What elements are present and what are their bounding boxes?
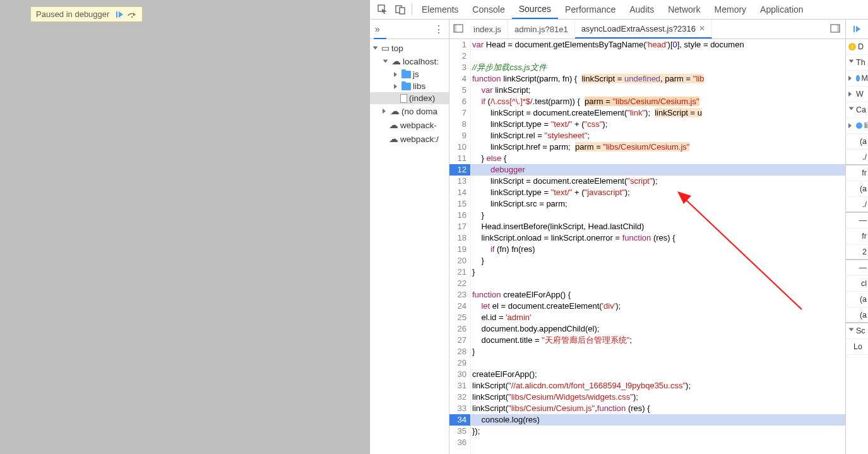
file-tab-admin[interactable]: admin.js?81e1 (508, 20, 575, 39)
tab-console[interactable]: Console (465, 0, 511, 19)
file-tree: ▭top ☁localhost: js libs (index) ☁(no do… (370, 39, 449, 454)
side-row[interactable]: Lo (846, 339, 868, 355)
tab-application[interactable]: Application (753, 0, 811, 19)
tab-network[interactable]: Network (661, 0, 707, 19)
thread-dot-icon (856, 122, 862, 129)
tab-memory[interactable]: Memory (708, 0, 754, 19)
folder-icon (401, 83, 411, 90)
paused-label: Paused in debugger (36, 9, 109, 19)
inspect-icon[interactable] (374, 0, 391, 19)
devtools-header: Elements Console Sources Performance Aud… (370, 0, 868, 20)
tab-elements[interactable]: Elements (415, 0, 465, 19)
side-row: ./ (846, 197, 868, 213)
tree-folder-libs[interactable]: libs (370, 80, 449, 92)
cloud-icon: ☁ (390, 105, 400, 117)
cloud-icon: ☁ (389, 119, 398, 131)
svg-point-3 (131, 16, 133, 17)
thread-dot-icon (856, 75, 860, 81)
side-row: (a (846, 292, 868, 308)
navigator-header: » ⋮ (370, 20, 449, 39)
side-row[interactable]: M (846, 71, 868, 87)
side-row: !D (846, 39, 868, 55)
file-tab-asyncload[interactable]: asyncLoadExtraAssest.js?2316✕ (575, 20, 712, 39)
resume-icon[interactable] (853, 25, 862, 33)
file-tabbar: index.js admin.js?81e1 asyncLoadExtraAss… (449, 20, 845, 39)
side-row[interactable]: Th (846, 55, 868, 71)
step-over-icon[interactable] (127, 11, 137, 18)
side-row: 2 (846, 244, 868, 260)
tree-webpack-1[interactable]: ☁webpack- (370, 118, 449, 132)
svg-marker-2 (133, 13, 136, 16)
resume-icon[interactable] (116, 11, 124, 18)
side-row: — (846, 260, 868, 276)
paused-in-debugger-badge: Paused in debugger (30, 6, 143, 22)
watch-toggle-icon[interactable] (449, 24, 467, 35)
side-row: cl (846, 276, 868, 292)
side-row: fr (846, 165, 868, 181)
side-row: ./ (846, 150, 868, 165)
tab-sources[interactable]: Sources (512, 0, 558, 19)
side-row: (a (846, 181, 868, 197)
side-row: (a (846, 308, 868, 323)
close-icon[interactable]: ✕ (699, 24, 705, 33)
tab-overflow-icon[interactable] (825, 24, 845, 35)
devtools-panel: Elements Console Sources Performance Aud… (369, 0, 868, 454)
warning-icon: ! (848, 43, 856, 51)
tree-top[interactable]: ▭top (370, 42, 449, 54)
code-editor[interactable]: 1234567891011121314151617181920212223242… (449, 39, 845, 454)
side-row: fr (846, 229, 868, 244)
svg-rect-0 (116, 11, 117, 18)
device-toggle-icon[interactable] (391, 0, 409, 19)
file-icon (400, 94, 407, 103)
side-row[interactable]: Sc (846, 323, 868, 339)
source-panel: index.js admin.js?81e1 asyncLoadExtraAss… (449, 20, 846, 454)
side-row[interactable]: Ca (846, 102, 868, 118)
side-row[interactable]: li (846, 118, 868, 134)
tree-webpack-2[interactable]: ☁webpack:/ (370, 132, 449, 146)
window-frame-icon: ▭ (381, 43, 389, 53)
svg-rect-12 (853, 26, 855, 32)
svg-rect-9 (454, 25, 456, 32)
side-row: (a (846, 134, 868, 150)
side-row: — (846, 213, 868, 229)
cloud-icon: ☁ (389, 133, 398, 145)
navigator-panel: » ⋮ ▭top ☁localhost: js libs (index) ☁(n… (370, 20, 449, 454)
file-tab-index[interactable]: index.js (467, 20, 508, 39)
svg-rect-11 (837, 25, 840, 32)
svg-marker-1 (119, 11, 123, 18)
tree-index-file[interactable]: (index) (370, 92, 449, 104)
folder-icon (401, 71, 411, 78)
tree-no-domain[interactable]: ☁(no doma (370, 104, 449, 118)
cloud-icon: ☁ (391, 56, 401, 67)
navigator-more-icon[interactable]: ⋮ (434, 23, 444, 35)
tab-performance[interactable]: Performance (558, 0, 622, 19)
tree-folder-js[interactable]: js (370, 68, 449, 80)
tree-host[interactable]: ☁localhost: (370, 54, 449, 68)
svg-rect-7 (400, 8, 405, 14)
debugger-sidebar: !D Th M W Ca li (a ./ fr (a ./ — fr 2 — … (846, 20, 868, 454)
navigator-chevrons-icon[interactable]: » (375, 24, 380, 34)
svg-marker-13 (856, 26, 860, 32)
side-row[interactable]: W (846, 87, 868, 102)
tab-audits[interactable]: Audits (622, 0, 661, 19)
